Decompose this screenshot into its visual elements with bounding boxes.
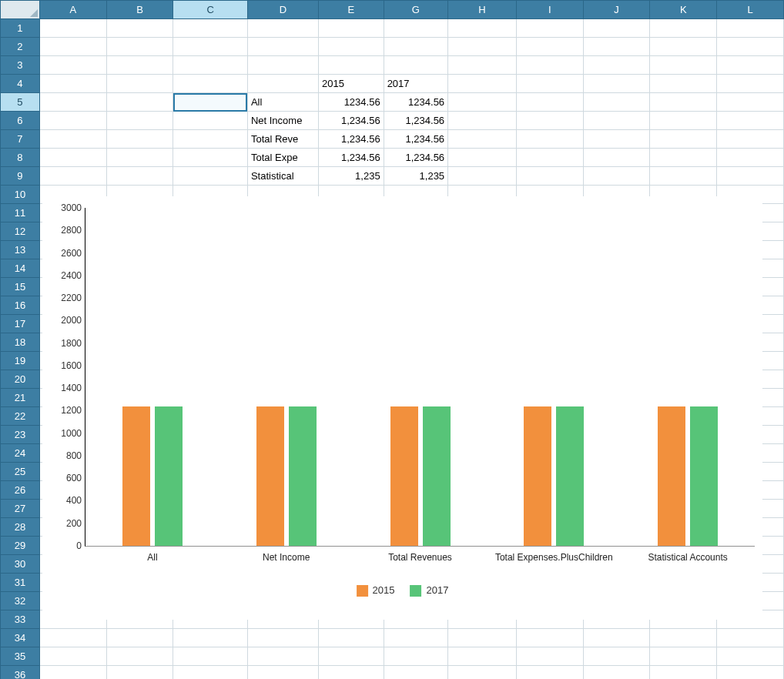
cell-A35[interactable] — [39, 647, 106, 666]
cell-B7[interactable] — [106, 130, 173, 149]
cell-I3[interactable] — [517, 56, 584, 75]
row-header-12[interactable]: 12 — [1, 222, 40, 241]
column-header-K[interactable]: K — [650, 1, 717, 19]
cell-A4[interactable] — [39, 75, 106, 93]
cell-H34[interactable] — [448, 629, 517, 647]
cell-L36[interactable] — [717, 666, 784, 680]
column-header-C[interactable]: C — [173, 1, 247, 19]
column-header-E[interactable]: E — [319, 1, 384, 19]
cell-D3[interactable] — [247, 56, 318, 75]
cell-L6[interactable] — [717, 112, 784, 130]
cell-J7[interactable] — [583, 130, 650, 149]
cell-A9[interactable] — [39, 167, 106, 186]
cell-B5[interactable] — [106, 93, 173, 112]
cell-L5[interactable] — [717, 93, 784, 112]
cell-L9[interactable] — [717, 167, 784, 186]
cell-E5[interactable]: 1234.56 — [319, 93, 384, 112]
cell-J2[interactable] — [583, 38, 650, 56]
cell-B9[interactable] — [106, 167, 173, 186]
row-header-18[interactable]: 18 — [1, 333, 40, 352]
cell-E7[interactable]: 1,234.56 — [319, 130, 384, 149]
cell-I2[interactable] — [517, 38, 584, 56]
column-header-G[interactable]: G — [384, 1, 447, 19]
row-header-23[interactable]: 23 — [1, 426, 40, 444]
cell-C2[interactable] — [173, 38, 247, 56]
cell-K8[interactable] — [650, 149, 717, 167]
cell-H2[interactable] — [448, 38, 517, 56]
cell-B2[interactable] — [106, 38, 173, 56]
cell-H6[interactable] — [448, 112, 517, 130]
cell-L3[interactable] — [717, 56, 784, 75]
row-header-36[interactable]: 36 — [1, 666, 40, 680]
cell-D6[interactable]: Net Income — [247, 112, 318, 130]
cell-H4[interactable] — [448, 75, 517, 93]
cell-G8[interactable]: 1,234.56 — [384, 149, 447, 167]
cell-B4[interactable] — [106, 75, 173, 93]
row-header-15[interactable]: 15 — [1, 278, 40, 296]
cell-G9[interactable]: 1,235 — [384, 167, 447, 186]
cell-B6[interactable] — [106, 112, 173, 130]
cell-E1[interactable] — [319, 19, 384, 38]
cell-B1[interactable] — [106, 19, 173, 38]
row-header-35[interactable]: 35 — [1, 647, 40, 666]
cell-H36[interactable] — [448, 666, 517, 680]
cell-H1[interactable] — [448, 19, 517, 38]
cell-D7[interactable]: Total Reve — [247, 130, 318, 149]
cell-I7[interactable] — [517, 130, 584, 149]
row-header-1[interactable]: 1 — [1, 19, 40, 38]
cell-H35[interactable] — [448, 647, 517, 666]
cell-E34[interactable] — [319, 629, 384, 647]
cell-K2[interactable] — [650, 38, 717, 56]
cell-A1[interactable] — [39, 19, 106, 38]
cell-E4[interactable]: 2015 — [319, 75, 384, 93]
cell-J5[interactable] — [583, 93, 650, 112]
cell-I1[interactable] — [517, 19, 584, 38]
row-header-24[interactable]: 24 — [1, 444, 40, 463]
row-header-5[interactable]: 5 — [1, 93, 40, 112]
cell-K9[interactable] — [650, 167, 717, 186]
cell-G3[interactable] — [384, 56, 447, 75]
cell-C34[interactable] — [173, 629, 247, 647]
cell-K7[interactable] — [650, 130, 717, 149]
cell-D35[interactable] — [247, 647, 318, 666]
cell-C4[interactable] — [173, 75, 247, 93]
row-header-25[interactable]: 25 — [1, 463, 40, 481]
cell-K5[interactable] — [650, 93, 717, 112]
row-header-17[interactable]: 17 — [1, 315, 40, 333]
cell-A8[interactable] — [39, 149, 106, 167]
cell-J35[interactable] — [583, 647, 650, 666]
cell-E9[interactable]: 1,235 — [319, 167, 384, 186]
cell-D8[interactable]: Total Expe — [247, 149, 318, 167]
column-header-J[interactable]: J — [583, 1, 650, 19]
cell-J3[interactable] — [583, 56, 650, 75]
cell-A34[interactable] — [39, 629, 106, 647]
cell-D36[interactable] — [247, 666, 318, 680]
cell-E8[interactable]: 1,234.56 — [319, 149, 384, 167]
cell-D5[interactable]: All — [247, 93, 318, 112]
cell-J34[interactable] — [583, 629, 650, 647]
cell-K6[interactable] — [650, 112, 717, 130]
cell-I6[interactable] — [517, 112, 584, 130]
cell-C36[interactable] — [173, 666, 247, 680]
column-header-I[interactable]: I — [517, 1, 584, 19]
column-header-B[interactable]: B — [106, 1, 173, 19]
row-header-19[interactable]: 19 — [1, 352, 40, 370]
cell-K3[interactable] — [650, 56, 717, 75]
cell-J1[interactable] — [583, 19, 650, 38]
row-header-10[interactable]: 10 — [1, 186, 40, 204]
cell-I35[interactable] — [517, 647, 584, 666]
cell-K35[interactable] — [650, 647, 717, 666]
cell-J6[interactable] — [583, 112, 650, 130]
cell-A7[interactable] — [39, 130, 106, 149]
cell-K1[interactable] — [650, 19, 717, 38]
cell-B35[interactable] — [106, 647, 173, 666]
column-header-L[interactable]: L — [717, 1, 784, 19]
cell-G36[interactable] — [384, 666, 447, 680]
cell-J36[interactable] — [583, 666, 650, 680]
cell-G2[interactable] — [384, 38, 447, 56]
cell-J9[interactable] — [583, 167, 650, 186]
row-header-16[interactable]: 16 — [1, 296, 40, 315]
column-header-D[interactable]: D — [247, 1, 318, 19]
cell-G7[interactable]: 1,234.56 — [384, 130, 447, 149]
row-header-7[interactable]: 7 — [1, 130, 40, 149]
